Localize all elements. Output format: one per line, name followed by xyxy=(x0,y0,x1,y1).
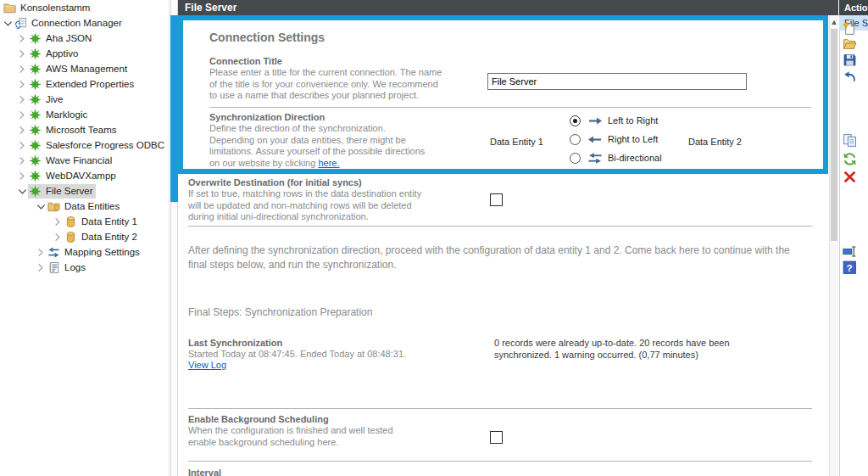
here-link[interactable]: here. xyxy=(318,158,339,168)
tree-item-label: File Server xyxy=(46,183,93,199)
main-scrollbar-thumb[interactable] xyxy=(831,29,837,241)
section-title: Connection Settings xyxy=(209,31,325,44)
view-log-link[interactable]: View Log xyxy=(188,360,226,370)
connection-manager-icon xyxy=(14,17,27,30)
arrow-right-icon xyxy=(587,115,604,127)
open-folder-icon[interactable] xyxy=(843,36,857,51)
chevron-right-icon[interactable] xyxy=(16,48,28,59)
connector-icon xyxy=(29,109,42,121)
tree-item-mapping-settings[interactable]: Mapping Settings xyxy=(0,244,169,260)
chevron-right-icon[interactable] xyxy=(16,64,28,75)
help-icon[interactable] xyxy=(843,260,857,275)
mapping-arrows-icon xyxy=(47,246,60,259)
overwrite-heading: Overwrite Destination (for initial syncs… xyxy=(188,177,362,188)
connector-icon xyxy=(29,154,42,167)
tree-item-file-server[interactable]: File Server xyxy=(0,183,169,199)
radio-selected-icon[interactable] xyxy=(570,115,581,126)
folder-icon xyxy=(3,2,16,14)
tree-item-aha-json[interactable]: Aha JSON xyxy=(0,31,169,46)
chevron-right-icon[interactable] xyxy=(16,140,28,151)
database-icon xyxy=(64,231,77,244)
panel-divider xyxy=(169,0,170,476)
copy-icon[interactable] xyxy=(843,133,857,148)
connector-icon xyxy=(29,93,42,106)
tree-item-connection-manager[interactable]: Connection Manager xyxy=(0,15,169,31)
chevron-right-icon[interactable] xyxy=(16,33,28,44)
last-sync-details: Started Today at 08:47:45. Ended Today a… xyxy=(188,349,406,361)
last-sync-summary: 0 records were already up-to-date. 20 re… xyxy=(494,338,730,361)
tree-item-logs[interactable]: Logs xyxy=(0,260,169,275)
refresh-icon[interactable] xyxy=(843,152,857,166)
connection-title-input[interactable] xyxy=(487,73,747,90)
undo-icon[interactable] xyxy=(843,70,857,84)
data-entity-2-label: Data Entity 2 xyxy=(688,137,742,147)
connector-icon xyxy=(29,32,42,45)
tree-item-label: Extended Properties xyxy=(46,76,134,92)
tree-item-label: Wave Financial xyxy=(46,153,112,168)
actions-panel-header: Actions xyxy=(839,0,868,15)
tree-item-extended-properties[interactable]: Extended Properties xyxy=(0,76,169,92)
radio-unselected-icon[interactable] xyxy=(570,153,581,164)
tree-item-jive[interactable]: Jive xyxy=(0,92,169,107)
connection-title-description: Please enter a title for the current con… xyxy=(209,67,442,102)
tree-item-label: Aha JSON xyxy=(46,31,92,46)
tree-item-salesforce-progress-odbc[interactable]: Salesforce Progress ODBC xyxy=(0,137,169,153)
tree-item-marklogic[interactable]: Marklogic xyxy=(0,107,169,122)
tree-item-label: Data Entities xyxy=(64,199,120,214)
tree-item-label: AWS Management xyxy=(46,61,127,76)
overwrite-description: If set to true, matching rows in the dat… xyxy=(188,188,421,223)
tree-scrollbar-thumb[interactable] xyxy=(170,15,178,202)
tree-item-label: Marklogic xyxy=(46,107,87,122)
chevron-right-icon[interactable] xyxy=(35,247,47,258)
chevron-right-icon[interactable] xyxy=(16,171,28,182)
connection-title-heading: Connection Title xyxy=(209,56,282,66)
radio-right-to-left[interactable]: Right to Left xyxy=(570,132,658,146)
logs-icon xyxy=(47,261,60,274)
section-separator xyxy=(188,461,812,462)
save-icon[interactable] xyxy=(843,53,857,67)
tree-item-label: Microsoft Teams xyxy=(46,122,117,137)
overwrite-checkbox[interactable] xyxy=(490,193,503,206)
chevron-right-icon[interactable] xyxy=(16,155,28,166)
new-connection-icon[interactable] xyxy=(843,21,857,36)
connector-icon xyxy=(29,63,42,76)
delete-icon[interactable] xyxy=(843,170,857,184)
chevron-right-icon[interactable] xyxy=(52,216,64,227)
connector-icon xyxy=(29,185,42,198)
tree-item-data-entity-1[interactable]: Data Entity 1 xyxy=(0,214,169,229)
tree-item-data-entities[interactable]: Data Entities xyxy=(0,199,169,214)
connector-icon xyxy=(29,124,42,137)
chevron-right-icon[interactable] xyxy=(52,232,64,243)
tree-item-webdavxampp[interactable]: WebDAVXampp xyxy=(0,168,169,183)
tree-item-wave-financial[interactable]: Wave Financial xyxy=(0,153,169,168)
scroll-up-arrow-icon[interactable]: ▲ xyxy=(830,17,838,27)
tree-item-label: Logs xyxy=(64,260,86,275)
section-separator xyxy=(209,107,811,108)
rename-icon[interactable] xyxy=(843,244,857,259)
connector-icon xyxy=(29,48,42,60)
tree-item-label: Salesforce Progress ODBC xyxy=(46,137,164,153)
interval-heading: Interval xyxy=(188,468,221,476)
tree-item-microsoft-teams[interactable]: Microsoft Teams xyxy=(0,122,169,137)
radio-left-to-right[interactable]: Left to Right xyxy=(570,114,658,127)
chevron-right-icon[interactable] xyxy=(16,94,28,105)
chevron-right-icon[interactable] xyxy=(16,79,28,90)
arrow-left-icon xyxy=(587,133,604,146)
chevron-down-icon[interactable] xyxy=(35,201,47,212)
tree-item-aws-management[interactable]: AWS Management xyxy=(0,61,169,76)
tree-item-apptivo[interactable]: Apptivo xyxy=(0,46,169,61)
background-scheduling-checkbox[interactable] xyxy=(490,431,503,444)
chevron-down-icon[interactable] xyxy=(2,18,14,29)
connector-icon xyxy=(29,170,42,182)
tree-item-konsolenstamm[interactable]: Konsolenstamm xyxy=(0,0,169,15)
main-panel-title: File Server xyxy=(178,0,838,15)
radio-bi-directional[interactable]: Bi-directional xyxy=(570,151,662,165)
chevron-down-icon[interactable] xyxy=(16,186,28,197)
tree-item-label: WebDAVXampp xyxy=(46,168,116,183)
chevron-right-icon[interactable] xyxy=(16,125,28,136)
tree-item-data-entity-2[interactable]: Data Entity 2 xyxy=(0,229,169,244)
connection-tree: Konsolenstamm Connection Manager Aha JSO… xyxy=(0,0,169,476)
chevron-right-icon[interactable] xyxy=(35,262,47,273)
chevron-right-icon[interactable] xyxy=(16,109,28,120)
radio-unselected-icon[interactable] xyxy=(570,134,581,145)
